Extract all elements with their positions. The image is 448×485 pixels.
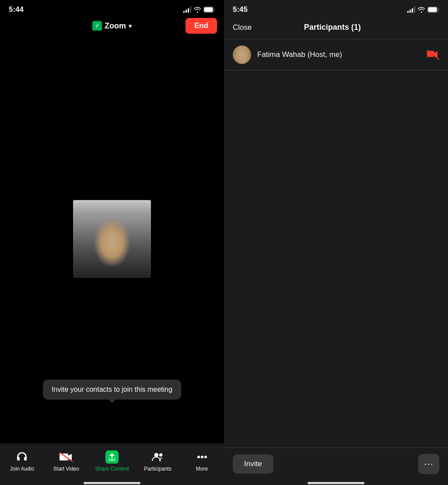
left-time: 5:44 <box>9 5 24 14</box>
participant-face <box>73 200 151 278</box>
left-video-area: Invite your contacts to join this meetin… <box>0 34 224 443</box>
join-audio-button[interactable]: Join Audio <box>7 450 37 472</box>
right-bottom-bar: Invite ··· <box>224 447 448 483</box>
join-audio-label: Join Audio <box>10 466 34 472</box>
avatar-image <box>233 46 251 64</box>
right-status-icons <box>407 7 439 13</box>
participant-row: Fatima Wahab (Host, me) <box>224 39 448 70</box>
video-muted-icon <box>427 50 439 60</box>
avatar <box>233 46 251 64</box>
right-battery-icon <box>427 7 439 13</box>
right-signal-icon <box>407 7 415 13</box>
people-icon <box>151 450 164 464</box>
start-video-label: Start Video <box>53 466 79 472</box>
svg-rect-1 <box>204 7 213 12</box>
close-button[interactable]: Close <box>233 23 252 32</box>
zoom-shield-icon: ✓ <box>92 21 102 31</box>
svg-rect-11 <box>427 51 434 57</box>
zoom-brand[interactable]: ✓ Zoom ▾ <box>92 21 132 31</box>
chevron-down-icon: ▾ <box>129 23 132 29</box>
left-header: ✓ Zoom ▾ End <box>0 18 224 34</box>
svg-point-8 <box>204 456 207 458</box>
participants-list: Fatima Wahab (Host, me) <box>224 39 448 447</box>
invite-tooltip: Invite your contacts to join this meetin… <box>43 380 181 400</box>
right-time: 5:45 <box>233 5 248 14</box>
left-toolbar: Join Audio Start Video Sha <box>0 443 224 483</box>
left-status-icons <box>183 7 215 13</box>
signal-icon <box>183 7 191 13</box>
participants-button[interactable]: Participants <box>143 450 173 472</box>
share-content-label: Share Content <box>95 466 129 472</box>
left-status-bar: 5:44 <box>0 0 224 18</box>
home-bar <box>84 482 140 484</box>
invite-tooltip-text: Invite your contacts to join this meetin… <box>52 386 172 393</box>
right-home-bar <box>308 482 364 484</box>
end-button[interactable]: End <box>186 18 217 34</box>
svg-point-5 <box>159 453 162 457</box>
start-video-button[interactable]: Start Video <box>51 450 81 472</box>
right-home-indicator <box>224 483 448 485</box>
zoom-label: Zoom <box>105 21 126 31</box>
right-status-bar: 5:45 <box>224 0 448 18</box>
share-screen-icon <box>105 450 119 464</box>
participants-panel-title: Participants (1) <box>304 23 361 32</box>
svg-point-4 <box>154 453 158 457</box>
video-slash-icon <box>60 450 73 464</box>
headphones-icon <box>15 450 28 464</box>
invite-button[interactable]: Invite <box>233 454 273 474</box>
right-panel: 5:45 Close Participants (1) <box>224 0 448 485</box>
battery-icon <box>203 7 215 13</box>
share-content-button[interactable]: Share Content <box>95 450 129 472</box>
participant-video-tile <box>73 200 151 278</box>
wifi-icon <box>194 7 201 13</box>
svg-point-7 <box>201 456 203 458</box>
left-home-indicator <box>0 483 224 485</box>
more-options-button[interactable]: ··· <box>418 454 439 474</box>
svg-rect-10 <box>428 7 437 12</box>
svg-point-6 <box>197 456 200 458</box>
participant-name: Fatima Wahab (Host, me) <box>257 50 427 59</box>
right-header: Close Participants (1) <box>224 18 448 39</box>
right-wifi-icon <box>418 7 425 13</box>
left-panel: 5:44 ✓ Zoom ▾ En <box>0 0 224 485</box>
more-button[interactable]: More <box>187 450 217 472</box>
participants-label: Participants <box>144 466 172 472</box>
ellipsis-icon <box>196 450 209 464</box>
more-dots-icon: ··· <box>424 459 433 469</box>
more-label: More <box>196 466 208 472</box>
